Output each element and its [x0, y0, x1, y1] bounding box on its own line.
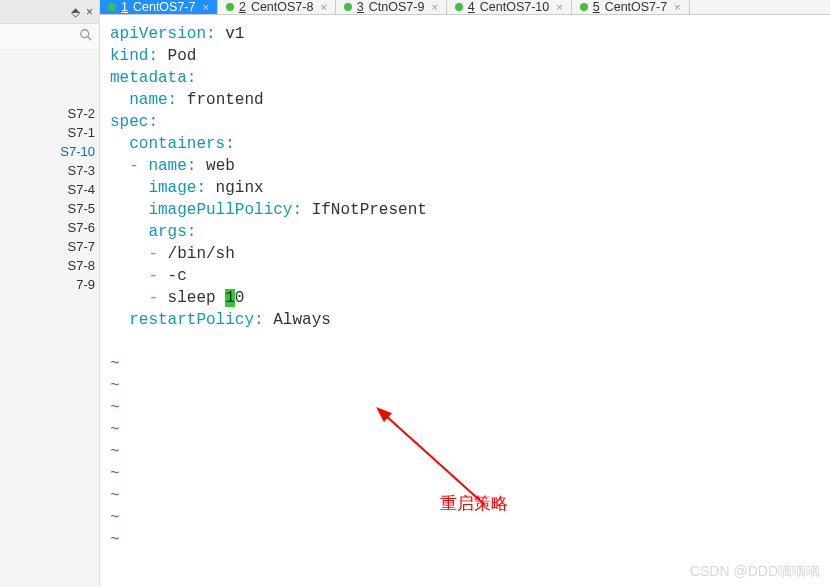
tab-close-icon[interactable]: × [431, 1, 437, 13]
code-val: sleep [168, 289, 226, 307]
sidebar-item[interactable]: S7-8 [0, 256, 99, 275]
status-dot-icon [580, 3, 588, 11]
code-key: name: [148, 157, 196, 175]
code-key: containers: [110, 135, 235, 153]
code-val: Pod [158, 47, 196, 65]
code-key: image: [110, 179, 206, 197]
sidebar-item[interactable]: S7-2 [0, 104, 99, 123]
tilde: ~ [110, 355, 120, 373]
code-dash: - [110, 267, 168, 285]
tab-close-icon[interactable]: × [674, 1, 680, 13]
sidebar-item[interactable]: S7-6 [0, 218, 99, 237]
code-dash: - [110, 157, 148, 175]
sidebar-item[interactable]: S7-5 [0, 199, 99, 218]
code-val: web [196, 157, 234, 175]
tilde: ~ [110, 443, 120, 461]
tab-close-icon[interactable]: × [320, 1, 326, 13]
code-val: 0 [235, 289, 245, 307]
tilde: ~ [110, 487, 120, 505]
tab-number: 1 [121, 0, 128, 14]
code-val: frontend [177, 91, 263, 109]
tab-close-icon[interactable]: × [202, 1, 208, 13]
sidebar-item[interactable]: S7-7 [0, 237, 99, 256]
status-dot-icon [455, 3, 463, 11]
code-key: spec: [110, 113, 158, 131]
code-key: name: [110, 91, 177, 109]
svg-point-0 [81, 30, 89, 38]
tab-label: CentOS7-8 [251, 0, 314, 14]
cursor-highlight: 1 [225, 289, 235, 307]
code-val: v1 [216, 25, 245, 43]
session-list: S7-2S7-1S7-10S7-3S7-4S7-5S7-6S7-7S7-87-9 [0, 102, 99, 296]
svg-line-2 [385, 415, 485, 505]
code-val: nginx [206, 179, 264, 197]
tab[interactable]: 4 CentOS7-10× [447, 0, 572, 14]
svg-line-1 [88, 37, 92, 41]
sidebar-item[interactable]: 7-9 [0, 275, 99, 294]
tilde: ~ [110, 377, 120, 395]
code-val: /bin/sh [168, 245, 235, 263]
watermark: CSDN @DDD嘀嘀嘀 [690, 563, 820, 581]
close-icon[interactable]: × [86, 5, 93, 19]
tab-number: 2 [239, 0, 246, 14]
search-row [0, 24, 99, 50]
tilde: ~ [110, 399, 120, 417]
tilde: ~ [110, 465, 120, 483]
code-val: IfNotPresent [302, 201, 427, 219]
sidebar-header: ⬘ × [0, 0, 99, 24]
tab-label: CentOS7-7 [133, 0, 196, 14]
search-icon[interactable] [79, 28, 93, 45]
tab-number: 4 [468, 0, 475, 14]
sidebar-item[interactable]: S7-4 [0, 180, 99, 199]
tab-label: CtnOS7-9 [369, 0, 425, 14]
code-dash: - [110, 289, 168, 307]
annotation-text: 重启策略 [440, 493, 508, 515]
tab-bar: 1 CentOS7-7×2 CentOS7-8×3 CtnOS7-9×4 Cen… [100, 0, 830, 15]
tilde: ~ [110, 421, 120, 439]
tab-number: 3 [357, 0, 364, 14]
code-dash: - [110, 245, 168, 263]
tab[interactable]: 5 CentOS7-7× [572, 0, 690, 14]
code-key: metadata: [110, 69, 196, 87]
tab-number: 5 [593, 0, 600, 14]
code-key: kind: [110, 47, 158, 65]
sidebar-item[interactable]: S7-1 [0, 123, 99, 142]
code-val: Always [264, 311, 331, 329]
code-key: restartPolicy: [110, 311, 264, 329]
pin-icon[interactable]: ⬘ [71, 5, 80, 19]
main-area: 1 CentOS7-7×2 CentOS7-8×3 CtnOS7-9×4 Cen… [100, 0, 830, 587]
sidebar-item[interactable]: S7-10 [0, 142, 99, 161]
sidebar-item[interactable]: S7-3 [0, 161, 99, 180]
tab-close-icon[interactable]: × [556, 1, 562, 13]
sidebar: ⬘ × S7-2S7-1S7-10S7-3S7-4S7-5S7-6S7-7S7-… [0, 0, 100, 587]
code-key: imagePullPolicy: [110, 201, 302, 219]
tab[interactable]: 1 CentOS7-7× [100, 0, 218, 14]
status-dot-icon [344, 3, 352, 11]
status-dot-icon [226, 3, 234, 11]
tab-label: CentOS7-10 [480, 0, 549, 14]
tab-label: CentOS7-7 [605, 0, 668, 14]
tab[interactable]: 2 CentOS7-8× [218, 0, 336, 14]
code-val: -c [168, 267, 187, 285]
status-dot-icon [108, 3, 116, 11]
code-key: apiVersion: [110, 25, 216, 43]
tilde: ~ [110, 509, 120, 527]
code-key: args: [110, 223, 196, 241]
editor[interactable]: apiVersion: v1 kind: Pod metadata: name:… [100, 15, 830, 587]
tilde: ~ [110, 531, 120, 549]
tab[interactable]: 3 CtnOS7-9× [336, 0, 447, 14]
